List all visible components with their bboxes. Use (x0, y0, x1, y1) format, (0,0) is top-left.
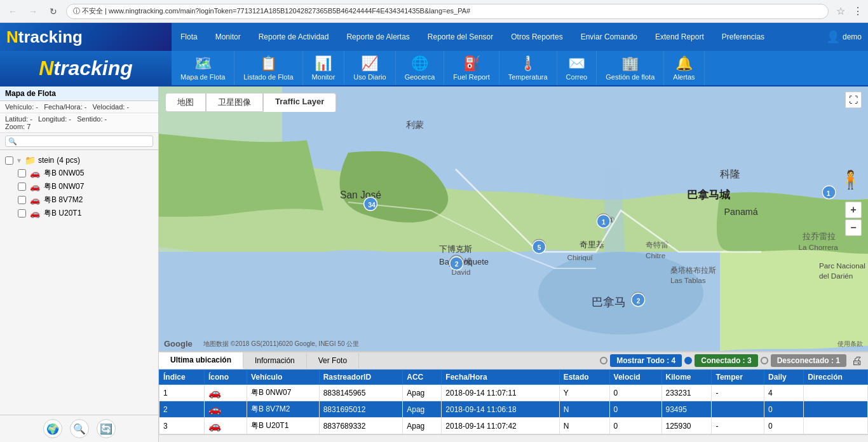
icon-nav-uso-label: Uso Diario (353, 73, 386, 81)
tree-item-0nw05[interactable]: 🚗 粤B 0NW05 (0, 167, 158, 180)
svg-text:巴拿马: 巴拿马 (592, 296, 626, 308)
nav-alertas[interactable]: Reporte de Alertas (337, 23, 418, 51)
badge-conectado[interactable]: Conectado : 3 (695, 354, 757, 367)
table-row[interactable]: 3 🚗 粤B U20T1 8837689332 Apag 2018-09-14 … (159, 418, 868, 434)
tab-ultima-ubicacion[interactable]: Ultima ubicación (159, 352, 243, 369)
reload-button[interactable]: ↻ (46, 4, 61, 19)
radio-mostrar[interactable] (600, 357, 607, 364)
user-info[interactable]: 👤 demo (826, 30, 862, 44)
footer-btn-globe[interactable]: 🌍 (43, 419, 62, 438)
tree-group-header[interactable]: ▼ 📁 stein (4 pcs) (0, 154, 158, 167)
group-checkbox[interactable] (5, 156, 13, 165)
table-row[interactable]: 2 🚗 粤B 8V7M2 8831695012 Apag 2018-09-14 … (159, 401, 868, 418)
user-icon: 👤 (826, 30, 840, 44)
alertas-icon: 🔔 (675, 55, 693, 72)
cell-daily-3: 0 (764, 418, 804, 434)
user-name: demo (843, 32, 862, 41)
sidebar-info: Vehículo: - Fecha/Hora: - Velocidad: - (0, 101, 158, 113)
horizontal-scrollbar[interactable] (159, 434, 868, 442)
longitud-label: Longitud: (38, 115, 67, 123)
badge-desconectado[interactable]: Desconectado : 1 (771, 354, 846, 367)
car-icon-0nw07: 🚗 (30, 182, 40, 191)
nav-otros[interactable]: Otros Reportes (502, 23, 571, 51)
table-row[interactable]: 1 🚗 粤B 0NW07 8838145965 Apag 2018-09-14 … (159, 385, 868, 401)
vehicle-checkbox-u20t1[interactable] (18, 209, 26, 218)
search-input[interactable] (5, 135, 153, 147)
forward-button[interactable]: → (25, 4, 41, 19)
vehicle-checkbox-8v7m2[interactable] (18, 196, 26, 204)
zoom-out-button[interactable]: − (845, 219, 862, 236)
tab-informacion[interactable]: Información (243, 353, 307, 368)
icon-nav-listado[interactable]: 📋 Listado de Flota (234, 51, 302, 85)
nav-preferencias[interactable]: Preferencias (713, 23, 773, 51)
sidebar-title: Mapa de Flota (5, 89, 56, 98)
monitor-icon: 📊 (315, 55, 332, 72)
radio-conectado[interactable] (684, 357, 692, 364)
svg-text:San José: San José (340, 190, 381, 200)
tree-item-0nw07[interactable]: 🚗 粤B 0NW07 (0, 180, 158, 193)
map-tab-traffic[interactable]: Traffic Layer (263, 93, 336, 112)
fullscreen-button[interactable]: ⛶ (845, 92, 862, 108)
map-terms[interactable]: 使用条款 (837, 340, 863, 349)
svg-text:34: 34 (368, 202, 376, 209)
expand-icon[interactable]: ▼ (16, 157, 22, 164)
nav-actividad[interactable]: Reporte de Actividad (250, 23, 338, 51)
radio-desconectado[interactable] (761, 357, 768, 364)
car-icon-0nw05: 🚗 (30, 169, 40, 178)
map-container[interactable]: 利蒙 San José 科隆 巴拿马城 Panamá 巴拿马 下博克斯 Bajo… (159, 86, 868, 351)
tree-item-u20t1[interactable]: 🚗 粤B U20T1 (0, 207, 158, 220)
car-icon-8v7m2: 🚗 (30, 195, 40, 205)
browser-menu-icon[interactable]: ⋮ (853, 5, 863, 17)
cell-estado-1: Y (559, 385, 609, 401)
address-bar[interactable]: ⓘ 不安全 | www.ningtracking.com/main?loginT… (66, 4, 829, 19)
bookmark-icon[interactable]: ☆ (836, 5, 845, 17)
zoom-in-button[interactable]: + (845, 202, 862, 218)
col-vehiculo: Vehículo (247, 370, 320, 385)
icon-nav-fuel[interactable]: ⛽ Fuel Report (444, 51, 499, 85)
map-zoom-controls: + − (845, 202, 862, 236)
back-button[interactable]: ← (5, 4, 20, 19)
table-body: 1 🚗 粤B 0NW07 8838145965 Apag 2018-09-14 … (159, 385, 868, 434)
icon-nav-correo[interactable]: ✉️ Correo (557, 51, 597, 85)
cell-daily-1: 4 (764, 385, 804, 401)
nav-sensor[interactable]: Reporte del Sensor (419, 23, 502, 51)
icon-nav-mapa[interactable]: 🗺️ Mapa de Flota (172, 51, 234, 85)
icon-nav-geocerca[interactable]: 🌐 Geocerca (396, 51, 445, 85)
logo-text: Ntracking (6, 27, 83, 47)
print-icon[interactable]: 🖨 (851, 354, 863, 368)
cell-tracker-2: 8831695012 (319, 401, 403, 418)
folder-icon: 📁 (25, 155, 36, 165)
svg-text:拉乔雷拉: 拉乔雷拉 (803, 232, 836, 242)
icon-nav-uso[interactable]: 📈 Uso Diario (344, 51, 395, 85)
map-area: 利蒙 San José 科隆 巴拿马城 Panamá 巴拿马 下博克斯 Bajo… (159, 86, 868, 442)
badge-mostrar-todo[interactable]: Mostrar Todo : 4 (610, 354, 682, 367)
map-icon: 🗺️ (194, 55, 212, 72)
icon-nav-alertas[interactable]: 🔔 Alertas (664, 51, 704, 85)
tree-item-8v7m2[interactable]: 🚗 粤B 8V7M2 (0, 193, 158, 207)
pegman-icon[interactable]: 🧍 (839, 169, 862, 190)
vehicle-checkbox-0nw05[interactable] (18, 169, 26, 177)
map-svg: 利蒙 San José 科隆 巴拿马城 Panamá 巴拿马 下博克斯 Bajo… (159, 86, 868, 351)
cell-km-2: 93495 (661, 401, 712, 418)
footer-btn-refresh[interactable]: 🔄 (97, 419, 116, 438)
geocerca-icon: 🌐 (411, 55, 428, 72)
icon-nav-logo: Ntracking (0, 51, 172, 85)
map-tab-satellite[interactable]: 卫星图像 (206, 93, 263, 112)
icon-nav-gestion[interactable]: 🏢 Gestión de flota (597, 51, 664, 85)
vehicle-label-0nw07: 粤B 0NW07 (44, 181, 84, 192)
tab-ver-foto[interactable]: Ver Foto (307, 353, 359, 368)
nav-flota[interactable]: Flota (172, 23, 207, 51)
svg-text:del Darién: del Darién (819, 272, 853, 280)
nav-extend[interactable]: Extend Report (646, 23, 713, 51)
icon-nav-temp[interactable]: 🌡️ Temperatura (499, 51, 557, 85)
vehicle-checkbox-0nw07[interactable] (18, 183, 26, 191)
nav-monitor[interactable]: Monitor (207, 23, 250, 51)
vehicle-label-u20t1: 粤B U20T1 (44, 208, 81, 219)
col-velocid: Velocid (609, 370, 661, 385)
icon-nav-monitor[interactable]: 📊 Monitor (303, 51, 345, 85)
map-tab-ditu[interactable]: 地图 (165, 93, 206, 112)
icon-nav-mapa-label: Mapa de Flota (180, 73, 225, 81)
footer-btn-search[interactable]: 🔍 (70, 419, 89, 438)
nav-comando[interactable]: Enviar Comando (572, 23, 646, 51)
col-kilome: Kilome (661, 370, 712, 385)
